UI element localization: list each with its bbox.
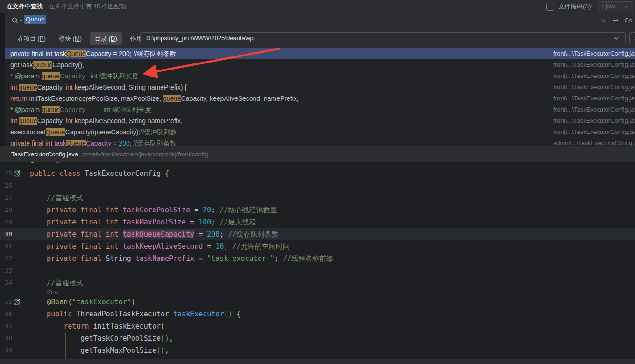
file-mask-checkbox[interactable] bbox=[546, 3, 554, 11]
spring-bean-method-icon[interactable] bbox=[13, 298, 21, 306]
code-editor[interactable]: 24@Configuration25public class TaskExecu… bbox=[0, 162, 635, 359]
result-preview-text: int queueCapacity, int keepAliveSecond, … bbox=[10, 115, 183, 126]
line-number: 29 bbox=[0, 216, 12, 228]
search-result-row[interactable]: getTaskQueueCapacity(),front\...\TaskExe… bbox=[5, 59, 635, 70]
code-line: 26 bbox=[0, 180, 635, 192]
code-line: 24@Configuration bbox=[0, 162, 635, 166]
line-number: 28 bbox=[0, 204, 12, 216]
match-highlight: Queue bbox=[46, 128, 65, 136]
file-mask-label: 文件掩码(A): bbox=[558, 0, 593, 13]
code-line: 33 bbox=[0, 265, 635, 277]
file-mask-value: *.java bbox=[602, 2, 616, 12]
browse-directory-button[interactable]: ... bbox=[629, 32, 635, 44]
result-file-path: admin\...\TaskExecutorConfig.java bbox=[553, 138, 635, 146]
code-text: @Configuration bbox=[30, 162, 89, 166]
search-query-text: Queue bbox=[24, 15, 46, 24]
search-results-list[interactable]: private final int taskQueueCapacity = 20… bbox=[5, 48, 635, 146]
result-preview-text: * @param queueCapacity int 缓冲队列长度 bbox=[10, 70, 139, 82]
code-text: getTaskCorePoolSize(), bbox=[30, 332, 173, 344]
line-number: 24 bbox=[0, 162, 12, 166]
match-highlight: Queue bbox=[66, 140, 86, 146]
code-text: @Bean("taskExecutor") bbox=[30, 296, 135, 308]
scope-row: 在项目 (P)模块 (M)目录 (D)作用域(S) D:\phpstudy_pr… bbox=[5, 28, 635, 48]
search-result-row[interactable]: return initTaskExecutor(corePoolSize, ma… bbox=[5, 93, 635, 104]
scope-tab-M[interactable]: 模块 (M) bbox=[54, 32, 86, 45]
code-text: //普通模式 bbox=[30, 192, 83, 204]
search-icon[interactable] bbox=[11, 17, 23, 25]
editor-tab-row: TaskExecutorConfig.java crmeb-front/src/… bbox=[0, 146, 635, 162]
search-result-row[interactable]: private final int taskQueueCapacity = 20… bbox=[5, 138, 635, 146]
code-text: public class TaskExecutorConfig { bbox=[30, 168, 169, 180]
code-text: private final int taskQueueCapacity = 20… bbox=[30, 228, 279, 240]
code-line: 37 return initTaskExecutor( bbox=[0, 320, 635, 332]
search-result-row[interactable]: * @param queueCapacity int 缓冲队列长度front\.… bbox=[5, 70, 635, 82]
file-tab[interactable]: TaskExecutorConfig.java bbox=[11, 146, 78, 162]
code-text: private final String taskNamePrefix = "t… bbox=[30, 252, 333, 265]
result-preview-text: return initTaskExecutor(corePoolSize, ma… bbox=[10, 93, 299, 104]
line-number: 30 bbox=[0, 228, 12, 240]
line-number: 26 bbox=[0, 180, 12, 192]
directory-path-value: D:\phpstudy_pro\WWW\2025\deaota\api bbox=[146, 33, 255, 44]
scope-tabs: 在项目 (P)模块 (M)目录 (D)作用域(S) bbox=[13, 32, 161, 45]
search-result-row[interactable]: private final int taskQueueCapacity = 20… bbox=[5, 48, 635, 59]
chevron-down-icon bbox=[54, 291, 58, 294]
search-bar[interactable]: Queue × ↩ Cc bbox=[5, 13, 635, 28]
spring-inlay-icon[interactable] bbox=[47, 289, 58, 295]
line-number: 27 bbox=[0, 192, 12, 204]
match-highlight: queue bbox=[163, 95, 181, 102]
result-preview-text: int queueCapacity, int keepAliveSecond, … bbox=[10, 82, 187, 93]
match-highlight: Queue bbox=[66, 50, 86, 57]
search-result-row[interactable]: executor.setQueueCapacity(queueCapacity)… bbox=[5, 126, 635, 138]
result-preview-text: * @param queueCapacity int 缓冲队列长度 bbox=[10, 104, 151, 115]
match-highlight: queue bbox=[19, 84, 37, 91]
scope-tab-P[interactable]: 在项目 (P) bbox=[13, 32, 50, 45]
code-line: 30 private final int taskQueueCapacity =… bbox=[0, 228, 635, 240]
insert-newline-icon[interactable]: ↩ bbox=[611, 13, 620, 28]
code-line: 36 public ThreadPoolTaskExecutor taskExe… bbox=[0, 308, 635, 320]
code-line: 38 getTaskCorePoolSize(), bbox=[0, 332, 635, 344]
result-file-path: front\...\TaskExecutorConfig.java bbox=[553, 82, 635, 93]
line-number: 35 bbox=[0, 296, 12, 308]
search-result-row[interactable]: * @param queueCapacity int 缓冲队列长度front\.… bbox=[5, 104, 635, 115]
line-number: 36 bbox=[0, 308, 12, 320]
line-number: 37 bbox=[0, 320, 12, 332]
file-mask-label-post: ): bbox=[589, 3, 593, 10]
dialog-bottom-bar bbox=[0, 359, 635, 364]
code-line: 28 private final int taskCorePoolSize = … bbox=[0, 204, 635, 216]
dialog-title: 在文件中查找 bbox=[7, 0, 43, 13]
file-mask-combo[interactable]: *.java bbox=[598, 1, 633, 12]
line-number: 32 bbox=[0, 252, 12, 265]
code-line: 29 private final int taskMaxPoolSize = 1… bbox=[0, 216, 635, 228]
result-file-path: front\...\TaskExecutorConfig.java bbox=[553, 104, 635, 115]
file-mask-mnemonic: A bbox=[585, 3, 589, 10]
code-text: public ThreadPoolTaskExecutor taskExecut… bbox=[30, 308, 241, 320]
result-file-path: front\...\TaskExecutorConfig.java bbox=[553, 59, 635, 70]
file-tab-path: crmeb-front/src/main/java/com/zbkj/front… bbox=[82, 146, 208, 162]
result-file-path: front\...\TaskExecutorConfig.java bbox=[553, 115, 635, 126]
search-result-row[interactable]: int queueCapacity, int keepAliveSecond, … bbox=[5, 82, 635, 93]
result-file-path: front\...\TaskExecutorConfig.java bbox=[553, 93, 635, 104]
result-preview-text: executor.setQueueCapacity(queueCapacity)… bbox=[10, 126, 176, 138]
match-highlight: queue bbox=[19, 117, 37, 125]
match-case-icon[interactable]: Cc bbox=[624, 13, 633, 28]
scope-tab-D[interactable]: 目录 (D) bbox=[90, 32, 122, 45]
code-line: 31 private final int taskKeepAliveSecond… bbox=[0, 240, 635, 252]
spring-bean-class-icon[interactable] bbox=[13, 170, 21, 177]
match-highlight: Queue bbox=[33, 61, 52, 69]
directory-path-combo[interactable]: D:\phpstudy_pro\WWW\2025\deaota\api bbox=[140, 32, 626, 44]
code-text: getTaskMaxPoolSize(), bbox=[30, 344, 169, 357]
line-number: 31 bbox=[0, 240, 12, 252]
line-number: 38 bbox=[0, 332, 12, 344]
code-text: return initTaskExecutor( bbox=[30, 320, 165, 332]
chevron-down-icon[interactable] bbox=[614, 37, 619, 40]
search-result-row[interactable]: int queueCapacity, int keepAliveSecond, … bbox=[5, 115, 635, 126]
code-line: 25public class TaskExecutorConfig { bbox=[0, 168, 635, 180]
code-line: 27 //普通模式 bbox=[0, 192, 635, 204]
line-number: 25 bbox=[0, 168, 12, 180]
clear-search-icon[interactable]: × bbox=[599, 13, 608, 28]
result-preview-text: getTaskQueueCapacity(), bbox=[10, 59, 84, 70]
search-input[interactable]: Queue bbox=[24, 16, 46, 23]
find-in-files-dialog: 在文件中查找 在 6 个文件中有 45 个匹配项 文件掩码(A): *.java… bbox=[0, 0, 635, 364]
chevron-down-icon bbox=[624, 5, 629, 8]
code-text: //普通模式 bbox=[30, 277, 83, 289]
